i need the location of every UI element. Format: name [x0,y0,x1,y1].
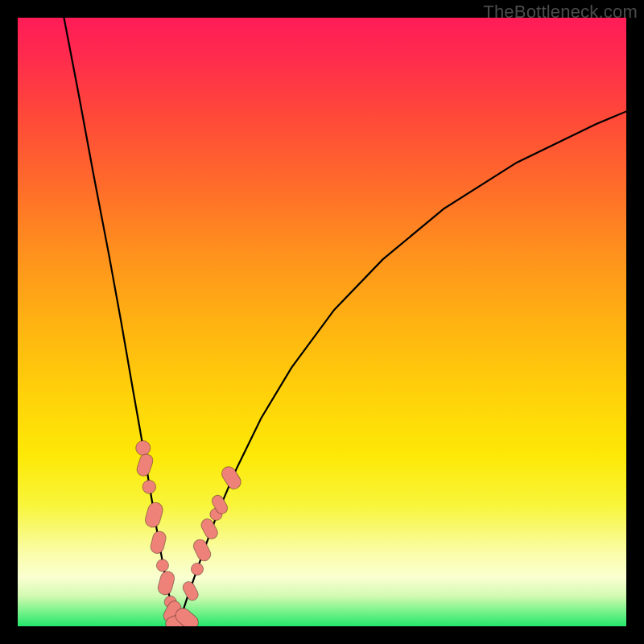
marker-dot [191,563,203,575]
marker-pill [192,537,213,563]
marker-pill [149,530,167,555]
marker-dot [142,481,156,494]
watermark-text: TheBottleneck.com [483,2,638,23]
chart-frame: TheBottleneck.com [0,0,644,644]
markers-group [135,440,244,626]
marker-pill [156,570,175,597]
plot-area [18,18,626,626]
marker-pill [181,580,200,602]
marker-pill [135,452,155,478]
marker-pill [143,501,164,529]
series-right-branch [176,111,626,626]
marker-dot [156,559,168,572]
chart-svg [18,18,626,626]
marker-dot [136,440,151,455]
marker-pill [219,464,243,491]
